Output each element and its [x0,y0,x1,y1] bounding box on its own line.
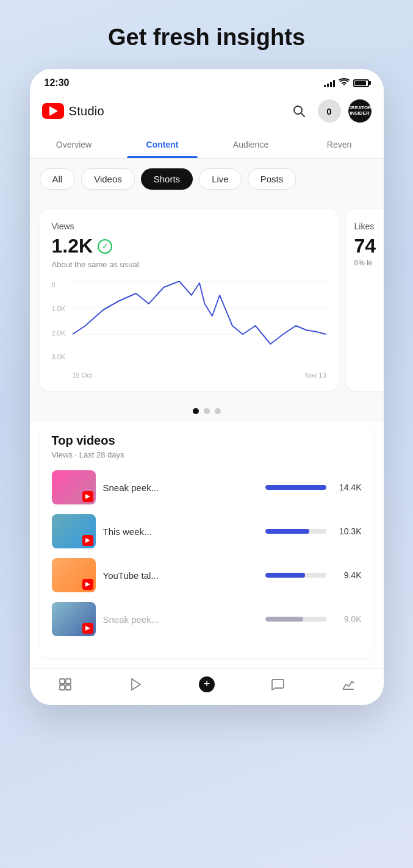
nav-item-comments[interactable] [269,676,286,693]
bottom-nav: + [30,668,384,705]
thumb-play-icon [85,582,90,587]
search-button[interactable] [287,99,311,123]
content-icon [127,676,145,693]
shorts-badge-3 [82,579,93,590]
views-chart: 3.0K 2.0K 1.0K 0 [52,281,326,379]
app-header: Studio 0 CREATORINSIDER [30,93,384,131]
likes-card: Likes 74 6% le [346,209,384,391]
nav-item-dashboard[interactable] [57,676,74,693]
video-title-2: This week... [103,526,258,537]
svg-line-1 [301,113,304,117]
nav-item-content[interactable] [127,676,145,693]
bar-4 [265,617,326,622]
tab-overview[interactable]: Overview [30,131,118,158]
bar-2 [265,529,326,534]
tab-audience[interactable]: Audience [207,131,295,158]
youtube-logo [42,103,64,119]
views-value-row: 1.2K ✓ [52,235,326,257]
bar-1 [265,485,326,490]
check-icon: ✓ [98,239,112,254]
upload-icon: + [198,676,215,693]
video-thumb-3 [52,558,96,592]
video-row[interactable]: Sneak peek... 14.4K [52,470,362,504]
avatar-button[interactable]: CREATORINSIDER [348,99,372,123]
dot-2[interactable] [204,408,210,414]
bar-3 [265,573,326,578]
wifi-icon [339,78,350,88]
carousel-dots [30,401,384,421]
notification-button[interactable]: 0 [318,99,341,123]
y-label-1k: 1.0K [52,305,66,312]
status-bar: 12:30 [30,69,384,93]
dot-3[interactable] [215,408,221,414]
video-title-4: Sneak peek... [103,614,258,625]
stats-container: Views 1.2K ✓ About the same as usual 3.0… [30,199,384,421]
video-thumb-1 [52,470,96,504]
play-icon [49,106,58,116]
status-icons [324,78,369,88]
video-thumb-4 [52,602,96,636]
dot-1[interactable] [193,408,199,414]
chip-videos[interactable]: Videos [81,168,135,190]
x-label-oct: 15 Oct [73,371,92,379]
svg-text:+: + [203,678,210,690]
video-thumb-2 [52,514,96,548]
analytics-icon [340,676,357,693]
top-videos-title: Top videos [52,434,362,448]
y-label-0: 0 [52,281,66,289]
signal-icon [324,79,335,87]
video-row[interactable]: YouTube tal... 9.4K [52,558,362,592]
thumb-play-icon [85,626,90,631]
svg-rect-8 [60,685,65,690]
tab-revenue[interactable]: Reven [295,131,384,158]
top-videos-subtitle: Views · Last 28 days [52,450,362,459]
video-title-1: Sneak peek... [103,482,258,493]
svg-rect-9 [66,685,71,690]
phone-frame: 12:30 [30,69,384,705]
svg-rect-7 [66,679,71,684]
shorts-badge-1 [82,491,93,502]
chip-live[interactable]: Live [199,168,242,190]
battery-icon [353,79,369,87]
shorts-badge-2 [82,535,93,546]
chip-posts[interactable]: Posts [248,168,296,190]
filter-chips: All Videos Shorts Live Posts [30,159,384,199]
svg-rect-6 [60,679,65,684]
views-card: Views 1.2K ✓ About the same as usual 3.0… [40,209,339,391]
chart-x-labels: 15 Oct Nov 13 [73,371,326,379]
x-label-nov: Nov 13 [305,371,326,379]
video-row[interactable]: Sneak peek... 9.0K [52,602,362,636]
svg-marker-10 [132,679,140,690]
chart-svg-wrap [73,281,326,360]
video-views-3: 9.4K [334,570,362,580]
nav-item-upload[interactable]: + [198,676,215,693]
likes-value: 74 [354,235,384,257]
y-label-3k: 3.0K [52,353,66,360]
video-row[interactable]: This week... 10.3K [52,514,362,548]
page-title: Get fresh insights [108,24,305,51]
video-views-2: 10.3K [334,526,362,536]
shorts-badge-4 [82,623,93,634]
nav-tabs: Overview Content Audience Reven [30,131,384,159]
chip-all[interactable]: All [40,168,76,190]
y-label-2k: 2.0K [52,329,66,337]
thumb-play-icon [85,538,90,543]
chart-y-labels: 3.0K 2.0K 1.0K 0 [52,281,66,360]
header-actions: 0 CREATORINSIDER [287,99,372,123]
top-videos-section: Top videos Views · Last 28 days Sneak pe… [40,421,374,658]
dashboard-icon [57,676,74,693]
views-value: 1.2K [52,235,93,257]
nav-item-analytics[interactable] [340,676,357,693]
comments-icon [269,676,286,693]
chip-shorts[interactable]: Shorts [141,168,193,190]
video-views-1: 14.4K [334,482,362,492]
video-title-3: YouTube tal... [103,570,258,581]
likes-label: Likes [354,221,384,231]
tab-content[interactable]: Content [118,131,207,158]
avatar-label: CREATORINSIDER [348,106,372,117]
studio-label: Studio [69,104,105,118]
status-time: 12:30 [45,77,70,88]
logo-area: Studio [42,103,105,119]
views-subtitle: About the same as usual [52,260,326,269]
video-views-4: 9.0K [334,614,362,624]
